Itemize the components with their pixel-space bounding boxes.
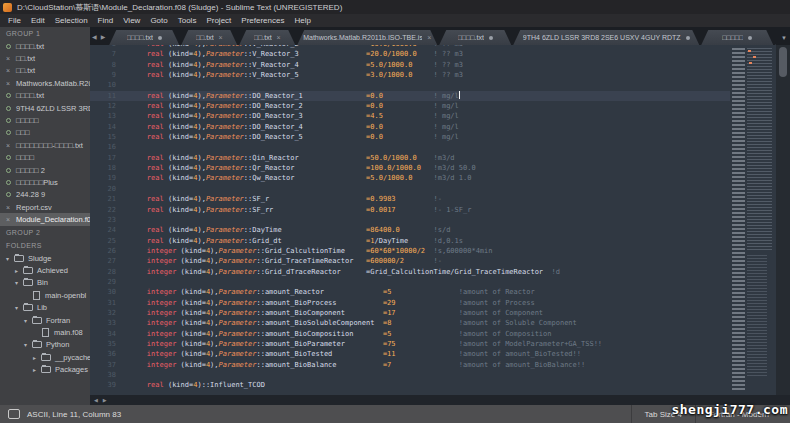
open-file-item[interactable]: 9TH4 6ZLD LSSR 3RD8 2SE6 USXV 4GUY RDTZ xyxy=(0,102,90,114)
menu-file[interactable]: File xyxy=(3,16,26,25)
menu-goto[interactable]: Goto xyxy=(145,16,172,25)
code-token xyxy=(391,361,458,369)
tab[interactable]: 9TH4 6ZLD LSSR 3RD8 2SE6 USXV 4GUY RDTZ xyxy=(513,30,699,45)
code-token xyxy=(396,309,459,317)
tree-file-item[interactable]: main.f08 xyxy=(0,326,90,338)
expand-arrow-icon[interactable]: ▸ xyxy=(33,354,41,361)
open-file-item[interactable]: ×□□□□□□□□-□□□□.txt xyxy=(0,139,90,151)
open-file-item[interactable]: ×□□.txt xyxy=(0,65,90,77)
code-token: Parameter xyxy=(219,309,257,317)
menu-preferences[interactable]: Preferences xyxy=(236,16,289,25)
code-token: Parameter xyxy=(219,361,257,369)
modified-dot-icon xyxy=(6,192,11,197)
code-line: 38 xyxy=(90,370,730,380)
tree-folder-item[interactable]: ▸__pycache__ xyxy=(0,351,90,363)
scroll-right-icon[interactable]: ▶ xyxy=(103,397,107,403)
code-token: Parameter xyxy=(219,330,257,338)
tab[interactable]: □□.txt× xyxy=(181,30,237,45)
tab[interactable]: □□□□□ xyxy=(701,30,773,45)
close-file-icon[interactable]: × xyxy=(6,204,10,211)
menu-edit[interactable]: Edit xyxy=(26,16,50,25)
expand-arrow-icon[interactable]: ▾ xyxy=(24,341,32,348)
close-file-icon[interactable]: × xyxy=(6,67,10,74)
expand-arrow-icon[interactable]: ▾ xyxy=(24,317,32,324)
open-file-item[interactable]: ×Report.csv xyxy=(0,201,90,213)
close-tab-icon[interactable]: × xyxy=(277,34,281,41)
code-token: real xyxy=(130,206,164,214)
line-number: 16 xyxy=(90,142,130,152)
open-file-item[interactable]: □□□□.txt xyxy=(0,40,90,52)
tree-folder-item[interactable]: ▸Achieved xyxy=(0,264,90,276)
tree-folder-item[interactable]: ▸Packages xyxy=(0,363,90,375)
close-tab-icon[interactable]: × xyxy=(427,34,431,41)
open-file-item[interactable]: ×Mathworks.Matlab.R2011b.ISO-TBE.iso xyxy=(0,77,90,89)
close-file-icon[interactable]: × xyxy=(6,216,10,223)
menu-find[interactable]: Find xyxy=(93,16,119,25)
vertical-scrollbar-thumb[interactable] xyxy=(779,47,787,77)
tree-file-item[interactable]: main-openbl xyxy=(0,289,90,301)
code-token: (kind= xyxy=(164,226,194,234)
code-token: ::amount_BioTested xyxy=(256,350,332,358)
modified-dot-icon xyxy=(686,36,690,40)
tab-prev-icon[interactable]: ◀ xyxy=(90,33,99,40)
open-file-item[interactable]: □□□□.txt xyxy=(0,90,90,102)
tab[interactable]: Mathworks.Matlab.R2011b.ISO-TBE.iso× xyxy=(297,30,437,45)
open-file-item[interactable]: □□□□□□Plus xyxy=(0,176,90,188)
expand-arrow-icon[interactable]: ▾ xyxy=(15,304,23,311)
code-token: ::amount_BioComposition xyxy=(256,330,353,338)
tree-folder-item[interactable]: ▾Python xyxy=(0,339,90,351)
tab-overflow-icon[interactable]: ▼ xyxy=(781,35,787,41)
tree-folder-item[interactable]: ▾Fortran xyxy=(0,314,90,326)
code-token: Parameter xyxy=(219,257,257,265)
status-icon[interactable] xyxy=(8,409,20,419)
code-token xyxy=(299,61,366,69)
tab[interactable]: □□□□ xyxy=(775,30,776,45)
open-file-item[interactable]: ×□□.txt xyxy=(0,52,90,64)
menu-selection[interactable]: Selection xyxy=(50,16,93,25)
close-tab-icon[interactable]: × xyxy=(219,34,223,41)
tree-folder-item[interactable]: ▾Lib xyxy=(0,301,90,313)
expand-arrow-icon[interactable]: ▸ xyxy=(33,366,41,373)
open-file-item[interactable]: □□□□□ 2 xyxy=(0,164,90,176)
vertical-scrollbar[interactable] xyxy=(776,45,790,395)
expand-arrow-icon[interactable]: ▾ xyxy=(6,255,14,262)
tab[interactable]: □□□□.txt xyxy=(439,30,511,45)
code-token: !- xyxy=(434,195,442,203)
modified-dot-icon xyxy=(158,36,162,40)
close-file-icon[interactable]: × xyxy=(6,55,10,62)
tab[interactable]: □□□□.txt xyxy=(109,30,179,45)
code-token xyxy=(396,340,459,348)
open-file-item[interactable]: □□□□□ xyxy=(0,114,90,126)
tree-folder-item[interactable]: ▾Bin xyxy=(0,277,90,289)
menu-help[interactable]: Help xyxy=(289,16,315,25)
minimap[interactable] xyxy=(730,45,776,395)
code-token: !d xyxy=(552,268,560,276)
code-line: 21 real (kind=4),Parameter::SF_r =0.9983… xyxy=(90,194,730,204)
code-token: =60*60*10000/2 xyxy=(366,247,425,255)
tabs: □□□□.txt□□.txt×□□.txt×Mathworks.Matlab.R… xyxy=(107,30,776,45)
tab-label: □□□□.txt xyxy=(458,34,484,41)
scroll-left-icon[interactable]: ◀ xyxy=(94,397,98,403)
code-token: real xyxy=(130,154,164,162)
open-file-item[interactable]: □□□□ xyxy=(0,152,90,164)
menu-project[interactable]: Project xyxy=(201,16,236,25)
close-file-icon[interactable]: × xyxy=(6,142,10,149)
expand-arrow-icon[interactable]: ▸ xyxy=(15,267,23,274)
open-file-item[interactable]: 244.28 9 xyxy=(0,189,90,201)
menu-view[interactable]: View xyxy=(118,16,145,25)
menu-tools[interactable]: Tools xyxy=(173,16,202,25)
code-token: ::V_Reactor_4 xyxy=(244,61,299,69)
close-file-icon[interactable]: × xyxy=(6,80,10,87)
tab[interactable]: □□.txt× xyxy=(239,30,295,45)
code-token xyxy=(282,226,366,234)
code-editor[interactable]: 6 real (kind=4),Parameter::V_Reactor_2 =… xyxy=(90,45,790,395)
modified-dot-icon xyxy=(6,155,11,160)
code-token: ::Influent_TCOD xyxy=(202,381,265,389)
code-token: (kind= xyxy=(164,123,194,131)
tree-folder-item[interactable]: ▾Sludge xyxy=(0,252,90,264)
cursor-position[interactable]: ASCII, Line 11, Column 83 xyxy=(27,410,121,419)
expand-arrow-icon[interactable]: ▾ xyxy=(15,279,23,286)
open-file-item[interactable]: □□□ xyxy=(0,127,90,139)
open-file-item[interactable]: ×Module_Declaration.f08 xyxy=(0,213,90,225)
tab-next-icon[interactable]: ▶ xyxy=(99,33,108,40)
